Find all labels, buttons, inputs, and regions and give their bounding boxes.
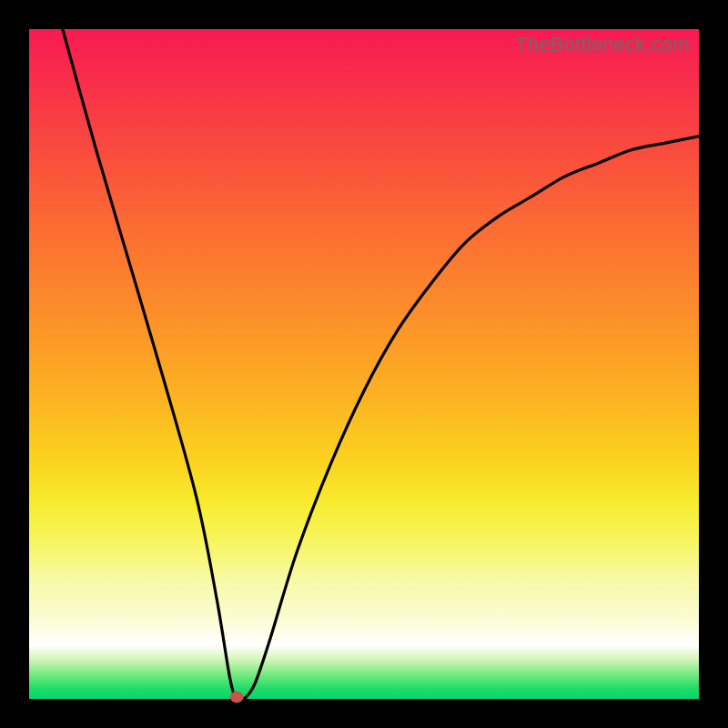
plot-area: TheBottleneck.com (29, 29, 699, 699)
chart-frame: TheBottleneck.com (0, 0, 728, 728)
curve-svg (29, 29, 699, 699)
bottleneck-curve (63, 29, 699, 701)
optimum-marker (230, 692, 243, 703)
